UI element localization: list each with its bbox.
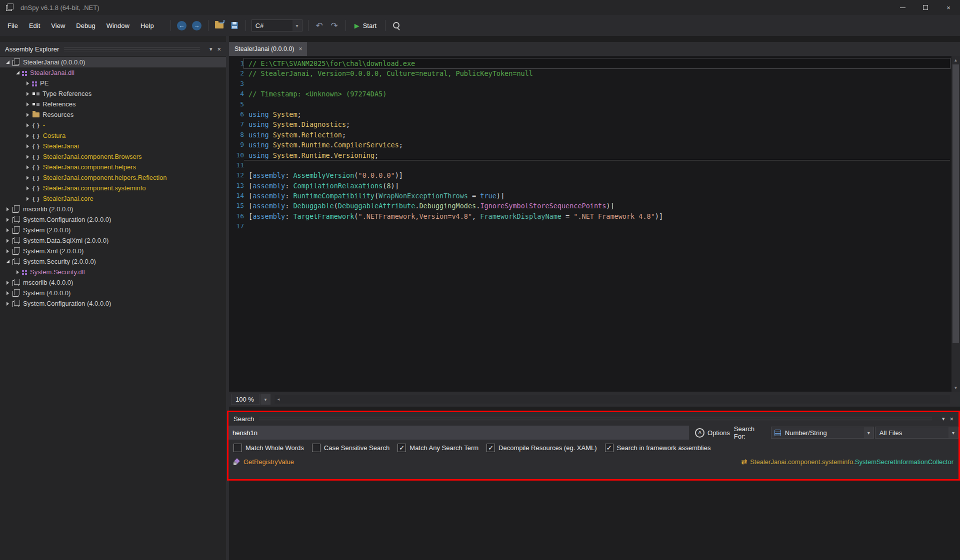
tree-item[interactable]: Resources [0,109,226,120]
chevron-down-icon[interactable]: ▾ [292,20,302,31]
search-input[interactable] [228,426,689,440]
expand-icon[interactable] [24,155,31,159]
options-toggle-icon[interactable]: ^ [695,428,704,438]
menu-help[interactable]: Help [135,19,160,32]
maximize-button[interactable] [914,0,937,15]
scrollbar-thumb[interactable] [952,64,959,343]
scroll-up-icon[interactable]: ▲ [952,56,960,64]
expand-icon[interactable] [24,165,31,169]
tree-item[interactable]: System.Configuration (2.0.0.0) [0,214,226,225]
scroll-left-icon[interactable]: ◂ [274,397,282,402]
expand-icon[interactable] [24,102,31,106]
zoom-level-combobox[interactable]: 100 % ▾ [231,394,270,405]
expand-icon[interactable] [24,197,31,201]
unchecked-checkbox[interactable] [312,444,320,452]
chevron-down-icon[interactable]: ▾ [864,427,874,438]
checked-checkbox[interactable]: ✓ [398,444,406,452]
checkbox-match-whole-words[interactable]: Match Whole Words [234,444,304,452]
start-debugging-button[interactable]: ▶ Start [350,22,382,29]
tree-item[interactable]: { }Costura [0,130,226,141]
save-all-button[interactable] [227,18,242,32]
expand-icon[interactable] [24,176,31,180]
tree-item[interactable]: PE [0,78,226,88]
menu-edit[interactable]: Edit [24,19,46,32]
tree-item[interactable]: References [0,99,226,109]
tree-item[interactable]: { }StealerJanai.core [0,193,226,204]
tree-item[interactable]: System (2.0.0.0) [0,225,226,235]
expand-icon[interactable] [14,270,21,274]
chevron-down-icon[interactable]: ▾ [210,46,212,52]
expand-icon[interactable] [24,123,31,127]
checkbox-decompile-resources-eg-xaml-[interactable]: ✓Decompile Resources (eg. XAML) [486,444,597,452]
expand-icon[interactable] [4,239,11,243]
expand-icon[interactable] [4,249,11,253]
expand-icon[interactable] [24,186,31,190]
chevron-down-icon[interactable]: ▾ [948,427,958,438]
checkbox-case-sensitive-search[interactable]: Case Sensitive Search [312,444,390,452]
chevron-down-icon[interactable]: ▾ [260,394,270,405]
checked-checkbox[interactable]: ✓ [605,444,614,452]
options-label[interactable]: Options [708,429,730,437]
tree-item[interactable]: StealerJanai.dll [0,67,226,78]
menu-window[interactable]: Window [101,19,135,32]
search-result-location[interactable]: ⇄ StealerJanai.component.systeminfo.Syst… [741,458,954,466]
code-editor[interactable]: 1// E:\CTF\SVANM2025\for\chal\download.e… [229,56,960,392]
tree-item[interactable]: { }StealerJanai.component.helpers.Reflec… [0,172,226,183]
menu-view[interactable]: View [46,19,70,32]
close-panel-icon[interactable]: × [217,45,221,53]
tree-item[interactable]: System.Security.dll [0,267,226,277]
expand-icon[interactable] [4,228,11,232]
menu-file[interactable]: File [2,19,24,32]
expand-icon[interactable] [24,134,31,138]
collapse-icon[interactable] [4,260,11,263]
tab-stealerjanai[interactable]: StealerJanai (0.0.0.0) × [229,42,307,56]
open-file-button[interactable] [212,18,227,32]
tree-item[interactable]: System (4.0.0.0) [0,288,226,298]
unchecked-checkbox[interactable] [234,444,242,452]
search-result-method[interactable]: GetRegistryValue [234,458,294,466]
expand-icon[interactable] [24,81,31,85]
expand-icon[interactable] [4,291,11,295]
file-filter-dropdown[interactable]: All Files ▾ [875,427,958,439]
language-combobox[interactable]: C# ▾ [252,19,302,31]
tree-item[interactable]: Type References [0,88,226,99]
horizontal-scrollbar[interactable]: ◂ [274,395,950,404]
tree-item[interactable]: { }StealerJanai.component.Browsers [0,151,226,162]
expand-icon[interactable] [4,281,11,285]
menu-debug[interactable]: Debug [70,19,100,32]
tree-item[interactable]: System.Data.SqlXml (2.0.0.0) [0,235,226,246]
expand-icon[interactable] [24,113,31,117]
search-assemblies-button[interactable] [389,18,404,32]
expand-icon[interactable] [4,207,11,211]
tree-item[interactable]: { }StealerJanai [0,141,226,151]
checked-checkbox[interactable]: ✓ [486,444,495,452]
navigate-back-button[interactable]: ← [174,18,190,32]
tree-item[interactable]: { }StealerJanai.component.systeminfo [0,183,226,193]
collapse-icon[interactable] [14,71,21,74]
collapse-icon[interactable] [4,60,11,64]
vertical-scrollbar[interactable]: ▲ ▼ [952,56,960,392]
tree-item[interactable]: System.Configuration (4.0.0.0) [0,298,226,309]
tree-item[interactable]: mscorlib (4.0.0.0) [0,277,226,288]
tree-item[interactable]: System.Xml (2.0.0.0) [0,246,226,256]
checkbox-search-in-framework-assemblies[interactable]: ✓Search in framework assemblies [605,444,711,452]
chevron-down-icon[interactable]: ▾ [942,416,945,422]
navigate-forward-button[interactable]: → [190,18,204,32]
tree-item[interactable]: StealerJanai (0.0.0.0) [0,57,226,67]
checkbox-match-any-search-term[interactable]: ✓Match Any Search Term [398,444,478,452]
minimize-button[interactable] [891,0,914,15]
tab-close-icon[interactable]: × [299,45,302,52]
undo-button[interactable]: ↶ [312,18,327,32]
close-button[interactable]: × [937,0,960,15]
search-for-dropdown[interactable]: Number/String ▾ [771,427,874,439]
tree-item[interactable]: mscorlib (2.0.0.0) [0,204,226,214]
expand-icon[interactable] [4,302,11,306]
expand-icon[interactable] [24,144,31,148]
close-panel-icon[interactable]: × [950,415,954,423]
tree-item[interactable]: System.Security (2.0.0.0) [0,256,226,267]
scroll-down-icon[interactable]: ▼ [952,384,960,392]
tree-item[interactable]: { }StealerJanai.component.helpers [0,162,226,172]
expand-icon[interactable] [24,92,31,96]
redo-button[interactable]: ↷ [327,18,342,32]
expand-icon[interactable] [4,218,11,222]
